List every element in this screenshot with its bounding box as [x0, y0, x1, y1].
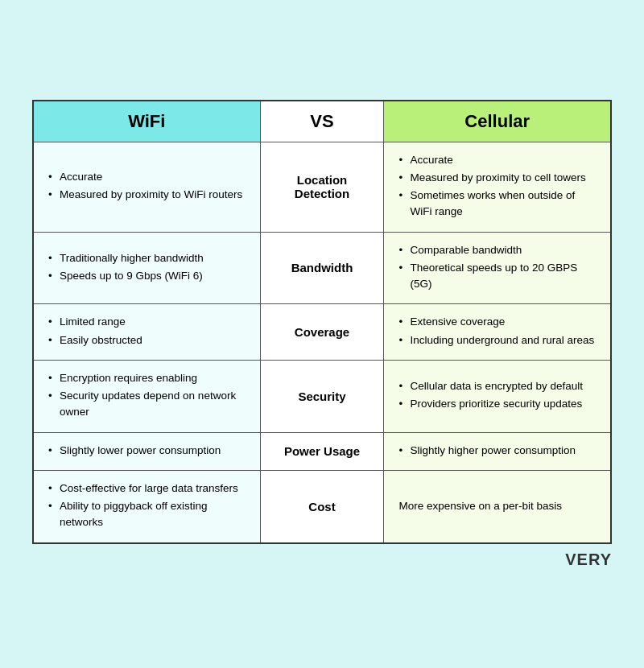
- cellular-point: Theoretical speeds up to 20 GBPS (5G): [398, 260, 599, 293]
- table-row: Slightly lower power consumptionPower Us…: [33, 432, 611, 470]
- table-body: AccurateMeasured by proximity to WiFi ro…: [33, 142, 611, 543]
- wifi-point: Easily obstructed: [48, 332, 249, 348]
- category-cell-0: Location Detection: [260, 142, 384, 232]
- table-row: Traditionally higher bandwidthSpeeds up …: [33, 232, 611, 304]
- wifi-point: Measured by proximity to WiFi routers: [48, 187, 249, 203]
- cellular-point: Extensive coverage: [398, 314, 599, 330]
- branding: VERY: [32, 550, 612, 569]
- cellular-point: Providers prioritize security updates: [398, 396, 599, 412]
- cellular-cell-2: Extensive coverageIncluding underground …: [384, 304, 611, 361]
- wifi-point: Traditionally higher bandwidth: [48, 250, 249, 266]
- cellular-cell-1: Comparable bandwidthTheoretical speeds u…: [384, 232, 611, 304]
- wifi-point: Cost-effective for large data transfers: [48, 480, 249, 497]
- wifi-cell-3: Encryption requires enablingSecurity upd…: [33, 360, 260, 432]
- cellular-point: Cellular data is encrypted by default: [398, 378, 599, 394]
- category-cell-2: Coverage: [260, 304, 384, 361]
- table-row: AccurateMeasured by proximity to WiFi ro…: [33, 142, 611, 232]
- category-cell-4: Power Usage: [260, 432, 384, 470]
- table-row: Encryption requires enablingSecurity upd…: [33, 360, 611, 432]
- header-cellular: Cellular: [384, 101, 611, 142]
- cellular-text: More expensive on a per-bit basis: [395, 497, 599, 516]
- cellular-point: Measured by proximity to cell towers: [398, 170, 599, 186]
- wifi-cell-2: Limited rangeEasily obstructed: [33, 304, 260, 361]
- wifi-point: Accurate: [48, 169, 249, 185]
- wifi-cell-0: AccurateMeasured by proximity to WiFi ro…: [33, 142, 260, 232]
- category-cell-5: Cost: [260, 470, 384, 542]
- table-row: Cost-effective for large data transfersA…: [33, 470, 611, 542]
- cellular-point: Slightly higher power consumption: [398, 443, 599, 459]
- wifi-point: Slightly lower power consumption: [48, 443, 249, 459]
- wifi-point: Ability to piggyback off existing networ…: [48, 498, 249, 531]
- header-vs: VS: [260, 101, 384, 142]
- cellular-cell-0: AccurateMeasured by proximity to cell to…: [384, 142, 611, 232]
- header-row: WiFi VS Cellular: [33, 101, 611, 142]
- wifi-point: Limited range: [48, 314, 249, 330]
- cellular-point: Including underground and rural areas: [398, 332, 599, 348]
- cellular-cell-5: More expensive on a per-bit basis: [384, 470, 611, 542]
- comparison-table: WiFi VS Cellular AccurateMeasured by pro…: [32, 100, 612, 544]
- cellular-cell-3: Cellular data is encrypted by defaultPro…: [384, 360, 611, 432]
- category-cell-3: Security: [260, 360, 384, 432]
- header-wifi: WiFi: [33, 101, 260, 142]
- wifi-point: Encryption requires enabling: [48, 370, 249, 386]
- cellular-cell-4: Slightly higher power consumption: [384, 432, 611, 470]
- page-wrapper: WiFi VS Cellular AccurateMeasured by pro…: [32, 100, 612, 569]
- cellular-point: Accurate: [398, 152, 599, 168]
- table-row: Limited rangeEasily obstructedCoverageEx…: [33, 304, 611, 361]
- wifi-cell-5: Cost-effective for large data transfersA…: [33, 470, 260, 542]
- cellular-point: Comparable bandwidth: [398, 242, 599, 258]
- wifi-point: Security updates depend on network owner: [48, 388, 249, 421]
- cellular-point: Sometimes works when outside of WiFi ran…: [398, 188, 599, 221]
- wifi-cell-1: Traditionally higher bandwidthSpeeds up …: [33, 232, 260, 304]
- wifi-cell-4: Slightly lower power consumption: [33, 432, 260, 470]
- category-cell-1: Bandwidth: [260, 232, 384, 304]
- wifi-point: Speeds up to 9 Gbps (WiFi 6): [48, 268, 249, 284]
